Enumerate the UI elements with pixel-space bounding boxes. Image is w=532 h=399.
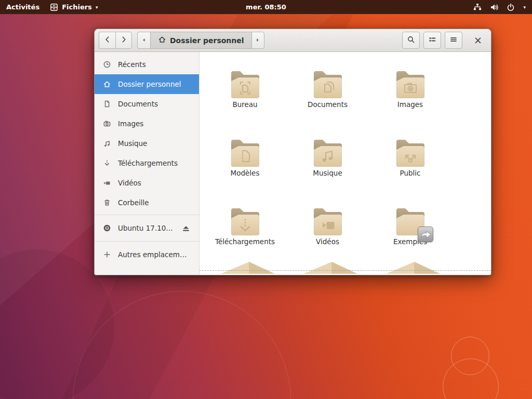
document-icon xyxy=(103,100,111,108)
sidebar-item-documents[interactable]: Documents xyxy=(95,94,199,114)
file-list-area[interactable]: Bureau Documents Images Modèles Musique … xyxy=(200,52,491,275)
folder-icon xyxy=(229,68,262,101)
path-bar: Dossier personnel xyxy=(137,32,264,49)
wallpaper-shape xyxy=(73,291,291,399)
location-button[interactable]: Dossier personnel xyxy=(150,32,251,49)
folder-icon xyxy=(229,205,262,238)
system-status-area[interactable]: ▾ xyxy=(473,3,532,11)
sidebar-item-label: Musique xyxy=(118,139,147,148)
home-icon xyxy=(103,80,111,88)
plus-icon xyxy=(103,250,111,259)
device-label: Ubuntu 17.10 ... xyxy=(118,224,175,232)
location-label: Dossier personnel xyxy=(170,36,244,45)
music-icon xyxy=(103,139,111,148)
sidebar-item-corbeille[interactable]: Corbeille xyxy=(95,193,199,212)
sidebar-item-other-locations[interactable]: Autres emplacements xyxy=(95,244,199,265)
sidebar-item-device[interactable]: Ubuntu 17.10 ... xyxy=(95,217,199,239)
app-menu-button[interactable]: Fichiers ▾ xyxy=(50,0,98,14)
folder-label: Public xyxy=(400,169,421,177)
video-icon xyxy=(103,179,111,187)
menu-button[interactable] xyxy=(445,32,462,49)
sidebar-item-label: Dossier personnel xyxy=(118,80,181,88)
sidebar-item-t-l-chargements[interactable]: Téléchargements xyxy=(95,153,199,173)
arrow-left-small-icon xyxy=(141,35,147,45)
headerbar: Dossier personnel × xyxy=(95,29,491,52)
arrow-right-small-icon xyxy=(255,35,260,45)
sidebar-item-r-cents[interactable]: Récents xyxy=(95,55,199,74)
search-button[interactable] xyxy=(402,32,420,49)
folder-label: Modèles xyxy=(231,169,260,177)
chevron-down-icon: ▾ xyxy=(96,5,98,10)
recent-icon xyxy=(103,60,111,69)
activities-label: Activités xyxy=(6,3,39,11)
history-buttons xyxy=(99,32,132,49)
activities-button[interactable]: Activités xyxy=(6,0,39,14)
files-app-icon xyxy=(50,3,58,11)
sidebar-item-label: Vidéos xyxy=(118,179,141,187)
sidebar-item-label: Téléchargements xyxy=(118,159,178,167)
gnome-top-bar: Activités Fichiers ▾ mer. 08:50 ▾ xyxy=(0,0,532,14)
folder-icon xyxy=(311,205,344,238)
folder-label: Musique xyxy=(313,169,342,177)
folder-label: Images xyxy=(397,100,423,109)
close-button[interactable]: × xyxy=(469,32,487,49)
wallpaper-shape xyxy=(451,337,489,375)
camera-icon xyxy=(103,119,111,128)
files-window: Dossier personnel × xyxy=(94,29,491,275)
other-locations-label: Autres emplacements xyxy=(118,250,191,259)
power-icon xyxy=(507,3,515,11)
path-scroll-left-button[interactable] xyxy=(137,32,150,49)
network-icon xyxy=(473,3,482,11)
trash-icon xyxy=(103,198,111,207)
clock-button[interactable]: mer. 08:50 xyxy=(246,3,286,11)
sidebar-item-label: Récents xyxy=(118,60,146,69)
folder-icon xyxy=(394,68,427,101)
folder-item-images[interactable]: Images xyxy=(369,68,451,137)
symlink-arrow-icon xyxy=(418,227,433,242)
scroll-undershoot-indicator xyxy=(200,270,491,271)
search-icon xyxy=(407,35,415,46)
sidebar-item-label: Documents xyxy=(118,100,158,108)
sidebar-item-vid-os[interactable]: Vidéos xyxy=(95,173,199,193)
home-icon xyxy=(158,35,166,45)
folder-item-bureau[interactable]: Bureau xyxy=(204,68,286,137)
sidebar-item-label: Images xyxy=(118,119,143,128)
folder-icon xyxy=(229,137,262,170)
view-list-icon xyxy=(428,35,436,46)
sidebar-item-label: Corbeille xyxy=(118,198,149,207)
folder-icon xyxy=(394,137,427,170)
places-sidebar: Récents Dossier personnel Documents Imag… xyxy=(95,52,200,275)
folder-icon xyxy=(394,205,427,238)
chevron-down-icon: ▾ xyxy=(523,5,526,10)
path-scroll-right-button[interactable] xyxy=(251,32,264,49)
forward-button[interactable] xyxy=(115,32,132,49)
app-menu-label: Fichiers xyxy=(62,3,92,11)
folder-label: Documents xyxy=(308,100,348,109)
folder-item-documents[interactable]: Documents xyxy=(286,68,369,137)
folder-item-musique[interactable]: Musique xyxy=(286,137,369,205)
view-toggle-button[interactable] xyxy=(423,32,441,49)
disc-icon xyxy=(103,224,111,232)
chevron-right-icon xyxy=(119,35,128,46)
eject-icon[interactable] xyxy=(181,223,191,233)
folder-label: Bureau xyxy=(232,100,257,109)
volume-icon xyxy=(490,3,498,11)
folder-item-mod-les[interactable]: Modèles xyxy=(204,137,286,205)
folder-label: Vidéos xyxy=(316,237,339,246)
desktop-wallpaper: Activités Fichiers ▾ mer. 08:50 ▾ xyxy=(0,0,532,399)
back-button[interactable] xyxy=(99,32,115,49)
close-icon: × xyxy=(474,35,482,45)
download-icon xyxy=(103,159,111,167)
folder-icon xyxy=(311,68,344,101)
sidebar-item-musique[interactable]: Musique xyxy=(95,134,199,153)
folder-icon xyxy=(311,137,344,170)
folder-item-public[interactable]: Public xyxy=(369,137,451,205)
sidebar-separator xyxy=(95,241,199,242)
chevron-left-icon xyxy=(103,35,112,46)
menu-icon xyxy=(449,35,458,46)
folder-label: Téléchargements xyxy=(215,237,275,246)
partially-visible-next-row xyxy=(204,261,491,274)
sidebar-separator xyxy=(95,215,199,215)
sidebar-item-images[interactable]: Images xyxy=(95,114,199,134)
sidebar-item-dossier-personnel[interactable]: Dossier personnel xyxy=(95,74,199,94)
